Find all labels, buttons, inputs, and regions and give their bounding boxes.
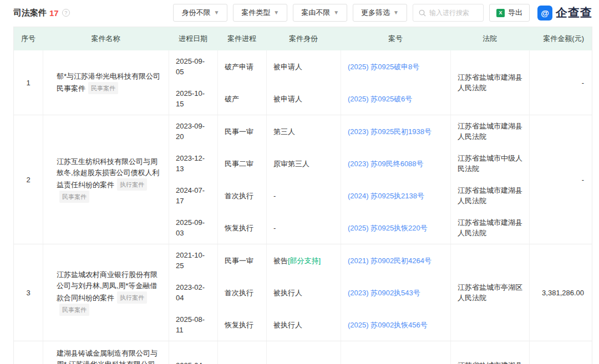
case-name-cell: 建湖县铸诚金属制造有限公司与周*,江苏港华光电科技有限公司,陶**加工合同纠纷的… xyxy=(43,341,169,364)
chevron-down-icon: ▼ xyxy=(393,10,399,16)
filter-identity-label: 身份不限 xyxy=(181,8,210,18)
step-role-label: 被告 xyxy=(273,255,288,266)
filter-cause-button[interactable]: 案由不限 ▼ xyxy=(293,4,347,22)
case-name-content: 建湖县铸诚金属制造有限公司与周*,江苏港华光电科技有限公司,陶**加工合同纠纷的… xyxy=(57,348,161,364)
filter-more-label: 更多筛选 xyxy=(361,8,390,18)
case-amount: - xyxy=(529,341,592,364)
case-steps: 2021-10-25民事一审被告[部分支持](2021) 苏0902民初4264… xyxy=(169,244,450,341)
toolbar-actions: 身份不限 ▼ 案件类型 ▼ 案由不限 ▼ 更多筛选 ▼ X 导出 @ xyxy=(173,4,592,22)
chevron-down-icon: ▼ xyxy=(214,10,219,16)
table-row: 3江苏盐城农村商业银行股份有限公司与刘丹林,周凤,周*等金融借款合同纠纷的案件执… xyxy=(14,244,592,341)
search-box[interactable] xyxy=(413,4,484,22)
step-court: 江苏省盐城市中级人民法院 xyxy=(450,147,529,180)
step-role-label: 被申请人 xyxy=(273,61,302,72)
column-header: 案件金额(元) xyxy=(529,27,592,50)
step-role: 被申请人 xyxy=(266,50,341,83)
case-type-tag: 执行案件 xyxy=(117,178,147,191)
toolbar: 司法案件 17 ? 身份不限 ▼ 案件类型 ▼ 案由不限 ▼ 更多筛选 ▼ X xyxy=(0,0,599,25)
step-role: 被执行人 xyxy=(266,276,341,309)
case-number-link[interactable]: (2025) 苏0925执恢220号 xyxy=(348,223,428,233)
step-stage: 民事一审 xyxy=(217,115,266,147)
column-header: 案件名称 xyxy=(43,27,169,50)
step-date: 2025-10-15 xyxy=(169,83,217,115)
step-date: 2023-02-04 xyxy=(169,276,217,309)
column-header: 案件身份 xyxy=(266,27,341,50)
step-stage: 恢复执行 xyxy=(217,309,266,341)
step-role: 第三人 xyxy=(266,115,341,147)
step-stage: 民事一审 xyxy=(217,341,266,364)
case-number-link[interactable]: (2025) 苏0902执恢456号 xyxy=(348,320,428,330)
page-title: 司法案件 xyxy=(13,8,47,18)
column-header: 案件进程 xyxy=(217,27,266,50)
case-court: 江苏省盐城市建湖县人民法院 xyxy=(450,50,529,115)
step-role: 被执行人 xyxy=(266,309,341,341)
search-input[interactable] xyxy=(429,9,477,17)
step-stage: 民事二审 xyxy=(217,147,266,180)
step-stage: 恢复执行 xyxy=(217,212,266,244)
case-steps: 2023-09-20民事一审第三人(2023) 苏0925民初1938号江苏省盐… xyxy=(169,115,529,244)
case-index: 2 xyxy=(14,115,43,244)
step-date: 2023-12-13 xyxy=(169,147,217,180)
case-number-link[interactable]: (2023) 苏09民终6088号 xyxy=(348,158,424,169)
chevron-down-icon: ▼ xyxy=(273,10,279,16)
step-case-number-cell: (2025) 苏0925破6号 xyxy=(341,83,450,115)
step-date: 2021-10-25 xyxy=(169,244,217,276)
chevron-down-icon: ▼ xyxy=(333,10,339,16)
step-stage: 破产申请 xyxy=(217,50,266,83)
step-case-number-cell: (2024) 苏0925执2138号 xyxy=(341,180,450,212)
step-date: 2025-09-05 xyxy=(169,50,217,83)
filter-more-button[interactable]: 更多筛选 ▼ xyxy=(353,4,407,22)
step-case-number-cell: (2025) 苏0925民初1909号 xyxy=(341,341,450,364)
step-role: - xyxy=(266,180,341,212)
table-row: 1郁*与江苏港华光电科技有限公司民事案件民事案件2025-09-05破产申请被申… xyxy=(14,50,592,115)
step-case-number-cell: (2025) 苏0902执恢456号 xyxy=(341,309,450,341)
case-name-cell: 江苏盐城农村商业银行股份有限公司与刘丹林,周凤,周*等金融借款合同纠纷的案件执行… xyxy=(43,244,169,341)
case-name-content: 郁*与江苏港华光电科技有限公司民事案件民事案件 xyxy=(57,71,161,94)
export-button[interactable]: X 导出 xyxy=(489,4,530,22)
step-stage: 首次执行 xyxy=(217,276,266,309)
step-date: 2023-09-20 xyxy=(169,115,217,147)
case-type-tag: 民事案件 xyxy=(59,304,89,316)
step-case-number-cell: (2025) 苏0925破申8号 xyxy=(341,50,450,83)
case-steps: 2025-09-05破产申请被申请人(2025) 苏0925破申8号2025-1… xyxy=(169,50,450,115)
export-label: 导出 xyxy=(508,8,522,18)
case-index: 4 xyxy=(14,341,43,364)
case-name-cell: 江苏互生纺织科技有限公司与周敖冬,徐超股东损害公司债权人利益责任纠纷的案件执行案… xyxy=(43,115,169,244)
step-role-label: 被申请人 xyxy=(273,94,302,104)
case-number-link[interactable]: (2021) 苏0902民初4264号 xyxy=(348,255,432,266)
step-role-result: [部分支持] xyxy=(288,255,321,266)
qichacha-logo-text: 企查查 xyxy=(556,5,592,20)
case-index: 1 xyxy=(14,50,43,115)
step-stage: 首次执行 xyxy=(217,180,266,212)
case-type-tag: 民事案件 xyxy=(59,191,89,203)
info-icon[interactable]: ? xyxy=(62,9,70,17)
table-body: 1郁*与江苏港华光电科技有限公司民事案件民事案件2025-09-05破产申请被申… xyxy=(14,50,592,364)
column-header: 进程日期 xyxy=(169,27,217,50)
case-court: 江苏省盐城市建湖县人民法院 xyxy=(450,341,529,364)
search-icon xyxy=(419,9,426,17)
step-court: 江苏省盐城市建湖县人民法院 xyxy=(450,212,529,244)
qichacha-logo[interactable]: @ 企查查 xyxy=(537,5,592,20)
case-number-link[interactable]: (2024) 苏0925执2138号 xyxy=(348,191,424,201)
step-date: 2025-08-11 xyxy=(169,309,217,341)
column-header: 法院 xyxy=(450,27,529,50)
case-number-link[interactable]: (2025) 苏0925破申8号 xyxy=(348,61,419,72)
step-court: 江苏省盐城市建湖县人民法院 xyxy=(450,180,529,212)
case-name-content: 江苏互生纺织科技有限公司与周敖冬,徐超股东损害公司债权人利益责任纠纷的案件执行案… xyxy=(57,156,161,203)
case-name-content: 江苏盐城农村商业银行股份有限公司与刘丹林,周凤,周*等金融借款合同纠纷的案件执行… xyxy=(57,269,161,316)
case-name: 建湖县铸诚金属制造有限公司与周*,江苏港华光电科技有限公司,陶**加工合同纠纷的… xyxy=(57,349,158,364)
filter-identity-button[interactable]: 身份不限 ▼ xyxy=(173,4,227,22)
case-amount: 3,381,286.00 xyxy=(529,244,592,341)
step-role: - xyxy=(266,212,341,244)
step-role-label: - xyxy=(273,223,276,233)
case-count-badge: 17 xyxy=(49,8,59,18)
case-number-link[interactable]: (2025) 苏0925破6号 xyxy=(348,94,412,104)
step-role-label: 原审第三人 xyxy=(273,158,309,169)
column-header: 案号 xyxy=(341,27,450,50)
step-case-number-cell: (2023) 苏0925民初1938号 xyxy=(341,115,450,147)
excel-icon: X xyxy=(496,9,505,17)
case-number-link[interactable]: (2023) 苏0925民初1938号 xyxy=(348,126,432,137)
filter-case-type-button[interactable]: 案件类型 ▼ xyxy=(233,4,287,22)
case-number-link[interactable]: (2023) 苏0902执543号 xyxy=(348,288,420,298)
step-date: 2024-07-17 xyxy=(169,180,217,212)
